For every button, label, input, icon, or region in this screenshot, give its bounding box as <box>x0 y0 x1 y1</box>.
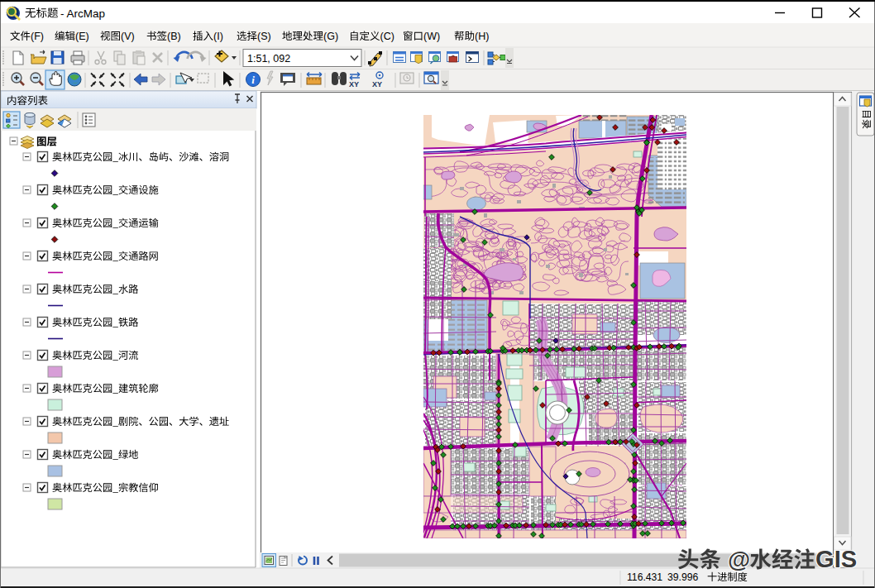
svg-text:(G): (G) <box>323 31 338 42</box>
svg-text:39.996: 39.996 <box>667 571 698 583</box>
svg-text:- ArcMap: - ArcMap <box>60 7 105 20</box>
svg-text:(B): (B) <box>167 31 181 42</box>
svg-text:(I): (I) <box>213 31 223 42</box>
svg-text:@: @ <box>728 547 750 572</box>
svg-text:(W): (W) <box>423 31 440 42</box>
svg-text:XY: XY <box>372 80 382 88</box>
svg-text:XY: XY <box>349 80 359 88</box>
svg-text:(V): (V) <box>121 31 135 42</box>
svg-text:116.431: 116.431 <box>627 571 662 583</box>
svg-text:(C): (C) <box>380 31 394 42</box>
svg-text:GIS: GIS <box>815 546 857 572</box>
svg-text:1:51, 092: 1:51, 092 <box>247 53 290 65</box>
svg-text:(H): (H) <box>475 31 489 42</box>
svg-text:(E): (E) <box>75 31 89 42</box>
svg-text:(F): (F) <box>31 31 44 42</box>
svg-text:i: i <box>251 74 255 86</box>
svg-text:(S): (S) <box>257 31 271 42</box>
